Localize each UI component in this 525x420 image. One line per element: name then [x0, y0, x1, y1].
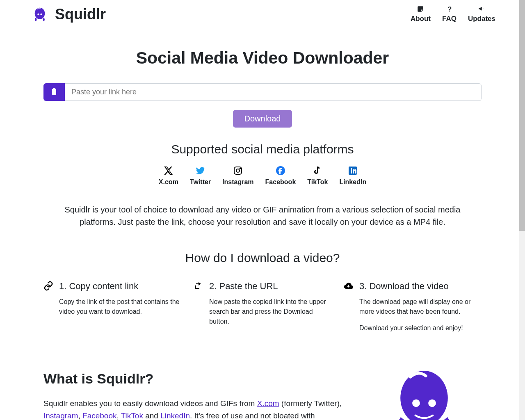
tiktok-icon — [313, 166, 322, 176]
page-title: Social Media Video Downloader — [43, 46, 482, 71]
what-title: What is Squidlr? — [43, 368, 342, 389]
nav-links: About ? FAQ Updates — [411, 5, 495, 24]
steps-row: 1. Copy content link Copy the link of th… — [43, 279, 482, 340]
platform-instagram[interactable]: Instagram — [222, 166, 253, 187]
clipboard-icon — [50, 87, 58, 96]
header: Squidlr About ? FAQ Updates — [0, 0, 525, 29]
svg-point-8 — [240, 168, 241, 169]
svg-point-2 — [40, 14, 42, 15]
scrollbar[interactable] — [519, 0, 525, 420]
link-linkedin[interactable]: LinkedIn — [160, 411, 190, 420]
step-1: 1. Copy content link Copy the link of th… — [43, 279, 181, 340]
what-paragraph: Squidlr enables you to easily download v… — [43, 397, 342, 420]
svg-point-0 — [35, 8, 45, 19]
download-button[interactable]: Download — [233, 110, 292, 128]
url-input[interactable] — [65, 83, 482, 101]
scrollbar-thumb[interactable] — [519, 0, 525, 231]
instagram-icon — [233, 166, 243, 176]
step-3-text1: The download page will display one or mo… — [359, 297, 482, 317]
platform-twitter[interactable]: Twitter — [190, 166, 211, 187]
svg-point-13 — [428, 399, 436, 407]
link-facebook[interactable]: Facebook — [82, 411, 116, 420]
step-2: 2. Paste the URL Now paste the copied li… — [194, 279, 331, 340]
nav-faq[interactable]: ? FAQ — [442, 5, 457, 24]
bullhorn-icon — [477, 5, 486, 14]
step-2-text: Now paste the copied link into the upper… — [209, 297, 331, 326]
link-instagram[interactable]: Instagram — [43, 411, 78, 420]
twitter-icon — [195, 166, 205, 176]
svg-text:?: ? — [448, 5, 452, 13]
howto-title: How do I download a video? — [43, 249, 482, 267]
step-3-title: 3. Download the video — [359, 279, 482, 293]
platform-linkedin[interactable]: LinkedIn — [339, 166, 366, 187]
what-section: What is Squidlr? Squidlr enables you to … — [43, 368, 482, 420]
link-xcom[interactable]: X.com — [257, 399, 279, 408]
step-3-text2: Download your selection and enjoy! — [359, 323, 482, 333]
nav-about[interactable]: About — [411, 5, 431, 24]
brand[interactable]: Squidlr — [30, 3, 106, 25]
platforms-title: Supported social media platforms — [43, 140, 482, 158]
svg-rect-4 — [52, 89, 56, 95]
svg-point-12 — [412, 399, 420, 407]
x-icon — [164, 166, 173, 176]
brand-name: Squidlr — [55, 3, 106, 25]
url-input-group — [43, 83, 482, 101]
sticky-note-icon — [416, 5, 425, 14]
nav-updates[interactable]: Updates — [468, 5, 495, 24]
svg-point-1 — [37, 14, 39, 15]
squid-logo-icon — [30, 5, 50, 23]
main-content: Social Media Video Downloader Download S… — [43, 29, 482, 420]
svg-rect-5 — [53, 88, 55, 89]
cloud-download-icon — [344, 281, 354, 291]
svg-point-7 — [236, 169, 240, 172]
platform-tiktok[interactable]: TikTok — [307, 166, 328, 187]
squid-illustration — [367, 368, 482, 420]
platform-x[interactable]: X.com — [159, 166, 178, 187]
link-icon — [43, 281, 53, 291]
link-tiktok[interactable]: TikTok — [121, 411, 143, 420]
paste-button[interactable] — [43, 83, 65, 101]
share-icon — [194, 281, 203, 291]
step-1-title: 1. Copy content link — [59, 279, 181, 293]
svg-point-11 — [400, 370, 448, 420]
step-1-text: Copy the link of the post that contains … — [59, 297, 181, 317]
description-text: Squidlr is your tool of choice to downlo… — [43, 203, 482, 228]
question-icon: ? — [445, 5, 454, 14]
platform-facebook[interactable]: Facebook — [265, 166, 296, 187]
step-3: 3. Download the video The download page … — [344, 279, 482, 340]
facebook-icon — [276, 166, 285, 176]
linkedin-icon — [348, 166, 358, 176]
platforms-list: X.com Twitter Instagram Facebook TikTok — [43, 166, 482, 187]
step-2-title: 2. Paste the URL — [209, 279, 331, 293]
